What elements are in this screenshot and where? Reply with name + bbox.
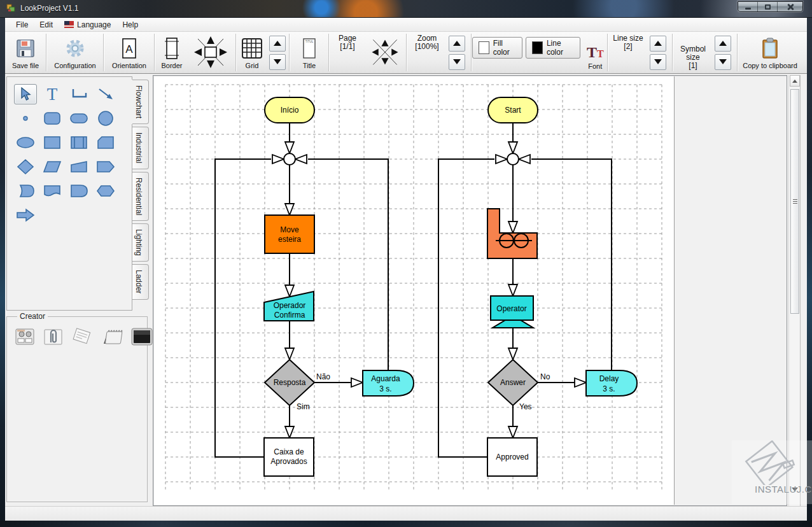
shape-display[interactable] <box>14 181 37 201</box>
zoom-out-button[interactable] <box>449 54 465 70</box>
fill-color-button[interactable]: Fill color <box>472 37 522 59</box>
flowchart-drawing: Início Move esteira Operador Confirma Re… <box>154 76 675 505</box>
grid-decrease-button[interactable] <box>269 54 286 70</box>
tab-industrial[interactable]: Industrial <box>132 127 149 169</box>
right-delay-shape[interactable]: Delay 3 s. <box>586 370 637 396</box>
line-size-increase-button[interactable] <box>650 36 666 52</box>
line-color-button[interactable]: Line color <box>526 37 580 59</box>
left-process-box[interactable]: Move esteira <box>265 215 314 253</box>
grid-button[interactable]: Grid <box>237 32 267 73</box>
left-delay-shape[interactable]: Aguarda 3 s. <box>363 370 414 396</box>
save-icon <box>15 38 36 59</box>
svg-text:Operator: Operator <box>496 304 526 313</box>
shape-block-arrow[interactable] <box>14 205 37 225</box>
svg-text:3 s.: 3 s. <box>603 384 615 393</box>
shape-document[interactable] <box>41 181 64 201</box>
right-operator-monitor[interactable]: Operator <box>491 296 533 328</box>
shape-diamond[interactable] <box>14 157 37 177</box>
shape-trapezoid[interactable] <box>67 157 90 177</box>
shape-point[interactable] <box>14 108 37 129</box>
svg-text:Caixa de: Caixa de <box>274 447 304 456</box>
text-tool-button[interactable]: T <box>41 84 64 104</box>
scroll-up-button[interactable] <box>790 75 800 87</box>
scrollbar-thumb[interactable] <box>790 89 799 314</box>
title-bar: LookProject V1.1 <box>0 0 812 18</box>
window-frame-left <box>0 18 5 527</box>
left-junction-node[interactable] <box>284 153 295 165</box>
title-label: Title <box>303 62 316 70</box>
symbol-size-value: [1] <box>689 62 697 70</box>
menu-help-label: Help <box>122 20 138 29</box>
up-arrow-icon <box>654 41 662 46</box>
shape-parallelogram[interactable] <box>41 157 64 177</box>
shape-predefined-process[interactable] <box>67 132 90 153</box>
right-start-terminator[interactable]: Start <box>488 97 538 123</box>
shape-rounded-rect[interactable] <box>41 108 64 129</box>
page-nav-arrows-icon <box>367 36 403 69</box>
copy-to-clipboard-button[interactable]: Copy to clipboard <box>738 32 802 73</box>
configuration-label: Configuration <box>54 62 95 70</box>
tab-ladder[interactable]: Ladder <box>132 264 149 299</box>
line-size-spinner <box>648 32 668 73</box>
creator-panel: Creator <box>6 316 148 502</box>
menu-file[interactable]: File <box>10 18 34 31</box>
drawing-canvas[interactable]: Início Move esteira Operador Confirma Re… <box>153 75 787 506</box>
zoom-indicator: Zoom [100%] <box>407 32 447 73</box>
elbow-line-icon <box>69 87 88 101</box>
polyline-tool-button[interactable] <box>67 84 90 104</box>
creator-machine-icon[interactable] <box>15 327 36 346</box>
down-arrow-icon <box>453 59 461 64</box>
border-button[interactable]: Border <box>155 32 188 73</box>
menu-language[interactable]: Language <box>59 18 116 31</box>
minimize-button[interactable] <box>738 2 758 11</box>
title-button[interactable]: TITUL Title <box>290 32 328 73</box>
tab-residential[interactable]: Residential <box>132 172 149 221</box>
right-decision-diamond[interactable]: Answer <box>488 360 538 405</box>
left-no-label: Não <box>316 372 330 381</box>
creator-letter-icon[interactable] <box>71 327 94 346</box>
configuration-button[interactable]: Configuration <box>47 32 103 73</box>
left-decision-diamond[interactable]: Resposta <box>265 360 314 405</box>
maximize-button[interactable] <box>758 2 778 11</box>
select-tool-button[interactable] <box>14 84 37 104</box>
shape-stadium[interactable] <box>67 108 90 129</box>
menu-edit[interactable]: Edit <box>34 18 59 31</box>
right-junction-node[interactable] <box>507 153 519 165</box>
svg-text:TITUL: TITUL <box>305 40 314 43</box>
shape-hexagon[interactable] <box>94 181 117 201</box>
line-size-decrease-button[interactable] <box>650 54 666 70</box>
menu-help[interactable]: Help <box>116 18 144 31</box>
shape-rectangle[interactable] <box>41 132 64 153</box>
zoom-in-button[interactable] <box>449 36 465 52</box>
close-button[interactable] <box>778 2 802 11</box>
tab-flowchart[interactable]: Flowchart <box>132 80 149 124</box>
shape-ellipse[interactable] <box>14 132 37 153</box>
left-yes-label: Sim <box>297 402 310 411</box>
tab-lighting[interactable]: Lighting <box>132 223 149 262</box>
creator-screen-icon[interactable] <box>130 327 153 346</box>
page-nav-pad[interactable] <box>365 32 405 73</box>
creator-paperclip-icon[interactable] <box>43 327 64 346</box>
gear-icon <box>64 38 86 59</box>
creator-notepad-icon[interactable] <box>100 327 124 346</box>
clipboard-icon <box>761 38 779 59</box>
symbol-size-increase-button[interactable] <box>715 36 731 52</box>
symbol-size-decrease-button[interactable] <box>715 54 731 70</box>
left-end-box[interactable]: Caixa de Aprovados <box>264 438 314 476</box>
left-start-terminator[interactable]: Início <box>265 97 314 123</box>
border-move-pad[interactable] <box>188 32 233 73</box>
shape-card[interactable] <box>94 132 117 153</box>
line-tool-button[interactable] <box>94 84 117 104</box>
shape-circle[interactable] <box>94 108 117 129</box>
right-end-box[interactable]: Approved <box>487 438 537 476</box>
down-arrow-icon <box>719 59 727 64</box>
tab-lighting-label: Lighting <box>134 229 143 256</box>
grid-increase-button[interactable] <box>269 36 286 52</box>
save-file-button[interactable]: Save file <box>5 32 46 73</box>
orientation-button[interactable]: A Orientation <box>104 32 154 73</box>
font-button[interactable]: TT Font <box>584 37 607 74</box>
shape-delay[interactable] <box>67 181 90 201</box>
four-way-arrows-icon <box>192 35 230 69</box>
instaluj-watermark: INSTALUJ.CZ <box>732 440 812 504</box>
shape-pointed-rect[interactable] <box>94 157 117 177</box>
